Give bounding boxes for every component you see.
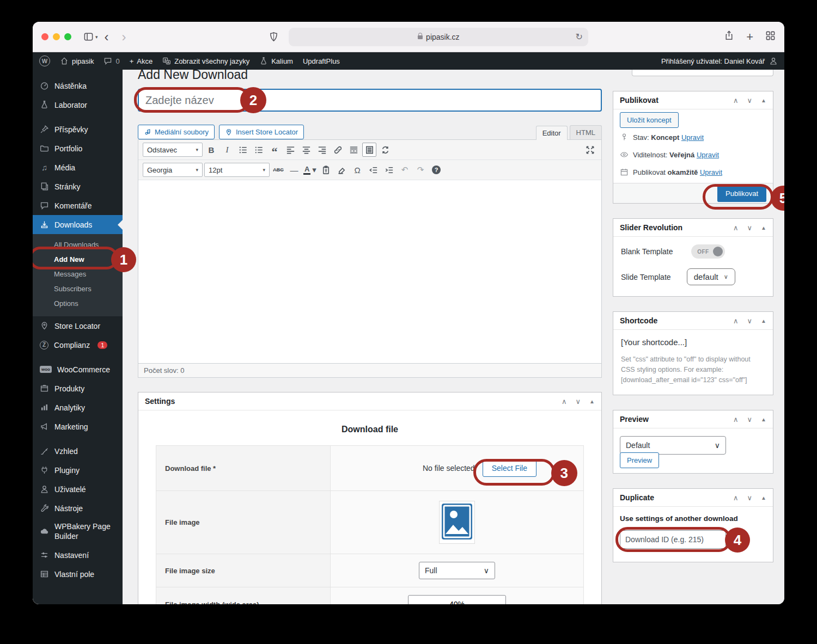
new-content-menu[interactable]: + Akce <box>130 57 153 65</box>
sidebar-item-plugins[interactable]: Pluginy <box>33 461 123 480</box>
slide-template-select[interactable]: default ∨ <box>687 268 735 285</box>
move-up-icon[interactable]: ∧ <box>733 224 739 232</box>
tab-html[interactable]: HTML <box>570 125 602 139</box>
address-bar[interactable]: pipasik.cz ↻ <box>289 28 588 46</box>
clear-formatting-button[interactable] <box>334 163 349 177</box>
sidebar-item-dashboard[interactable]: Nástěnka <box>33 76 123 95</box>
submenu-subscribers[interactable]: Subscribers <box>33 281 123 296</box>
move-down-icon[interactable]: ∨ <box>747 415 753 424</box>
updraft-menu[interactable]: UpdraftPlus <box>303 57 340 65</box>
forward-button[interactable]: › <box>115 30 133 44</box>
font-size-select[interactable]: 12pt▾ <box>204 163 270 177</box>
new-tab-icon[interactable]: + <box>746 31 753 43</box>
indent-button[interactable] <box>382 163 396 177</box>
special-character-button[interactable]: Ω <box>350 163 364 177</box>
file-image-placeholder[interactable] <box>439 501 475 544</box>
sidebar-item-analytics[interactable]: Analytiky <box>33 398 123 417</box>
insert-store-locator-button[interactable]: Insert Store Locator <box>219 125 304 139</box>
shortcode-header[interactable]: Shortcode ∧ ∨ ▲ <box>613 312 773 330</box>
tab-editor[interactable]: Editor <box>536 126 568 140</box>
languages-menu[interactable]: Zobrazit všechny jazyky <box>162 57 249 65</box>
file-image-width-input[interactable] <box>408 595 506 604</box>
redo-button[interactable]: ↷ <box>413 163 428 177</box>
move-up-icon[interactable]: ∧ <box>733 96 739 105</box>
bold-button[interactable]: B <box>204 143 218 157</box>
move-down-icon[interactable]: ∨ <box>747 494 753 502</box>
sidebar-item-woocommerce[interactable]: woo WooCommerce <box>33 360 123 379</box>
blank-template-toggle[interactable]: OFF <box>691 244 725 259</box>
edit-schedule-link[interactable]: Upravit <box>700 168 722 176</box>
align-center-button[interactable] <box>299 143 313 157</box>
collapse-icon[interactable]: ▲ <box>761 225 766 231</box>
collapse-icon[interactable]: ▲ <box>761 97 766 103</box>
account-menu[interactable]: Přihlášený uživatel: Daniel Kovář <box>661 57 778 65</box>
tab-overview-icon[interactable] <box>765 30 776 43</box>
move-up-icon[interactable]: ∧ <box>733 415 739 424</box>
submenu-all-downloads[interactable]: All Downloads <box>33 237 123 252</box>
horizontal-rule-button[interactable]: — <box>287 163 301 177</box>
toolbar-toggle-button[interactable] <box>362 143 376 157</box>
sidebar-item-laborator[interactable]: Laborator <box>33 95 123 114</box>
text-color-button[interactable]: A▾ <box>303 163 317 177</box>
save-draft-button[interactable]: Uložit koncept <box>620 112 679 128</box>
publish-button[interactable]: Publikovat <box>717 185 766 202</box>
minimize-window-button[interactable] <box>53 33 60 40</box>
wp-logo-menu[interactable]: W <box>39 56 50 66</box>
blockquote-button[interactable]: “ <box>267 143 282 157</box>
sidebar-item-marketing[interactable]: Marketing <box>33 417 123 436</box>
edit-status-link[interactable]: Upravit <box>681 133 704 142</box>
download-id-input[interactable] <box>620 530 726 549</box>
share-icon[interactable] <box>724 30 734 43</box>
sidebar-item-complianz[interactable]: Z Complianz 1 <box>33 335 123 354</box>
sidebar-item-appearance[interactable]: Vzhled <box>33 441 123 461</box>
font-family-select[interactable]: Georgia▾ <box>143 163 203 177</box>
sidebar-item-media[interactable]: ♫ Média <box>33 158 123 177</box>
paragraph-format-select[interactable]: Odstavec▾ <box>143 143 203 157</box>
move-down-icon[interactable]: ∨ <box>747 317 753 325</box>
italic-button[interactable]: I <box>220 143 234 157</box>
sidebar-item-settings[interactable]: Nastavení <box>33 545 123 565</box>
move-up-icon[interactable]: ∧ <box>562 397 567 406</box>
zoom-window-button[interactable] <box>64 33 71 40</box>
preview-template-select[interactable]: Default ∨ <box>620 436 726 455</box>
fullscreen-icon[interactable] <box>583 143 597 157</box>
move-up-icon[interactable]: ∧ <box>733 494 739 502</box>
sidebar-item-store-locator[interactable]: Store Locator <box>33 316 123 335</box>
sync-button[interactable] <box>378 143 392 157</box>
bullet-list-button[interactable] <box>236 143 250 157</box>
submenu-options[interactable]: Options <box>33 296 123 311</box>
reload-icon[interactable]: ↻ <box>575 32 582 42</box>
add-media-button[interactable]: Mediální soubory <box>138 125 215 139</box>
align-left-button[interactable] <box>283 143 297 157</box>
sidebar-item-tools[interactable]: Nástroje <box>33 499 123 518</box>
sidebar-item-pages[interactable]: Stránky <box>33 177 123 196</box>
collapse-icon[interactable]: ▲ <box>761 495 766 501</box>
slider-revolution-header[interactable]: Slider Revolution ∧ ∨ ▲ <box>613 219 773 237</box>
sidebar-item-posts[interactable]: Příspěvky <box>33 120 123 139</box>
duplicate-header[interactable]: Duplicate ∧ ∨ ▲ <box>613 489 773 507</box>
sidebar-item-portfolio[interactable]: Portfolio <box>33 139 123 158</box>
comments-menu[interactable]: 0 <box>103 57 119 65</box>
sidebar-item-wpbakery[interactable]: WPBakery Page Builder <box>33 518 123 545</box>
settings-header[interactable]: Settings ∧ ∨ ▲ <box>138 392 601 410</box>
privacy-shield-icon[interactable] <box>269 32 279 42</box>
move-down-icon[interactable]: ∨ <box>747 224 753 232</box>
preview-header[interactable]: Preview ∧ ∨ ▲ <box>613 410 773 428</box>
sidebar-item-custom-fields[interactable]: Vlastní pole <box>33 565 123 584</box>
help-button[interactable]: ? <box>429 163 443 177</box>
strikethrough-button[interactable]: ABC <box>271 163 285 177</box>
close-window-button[interactable] <box>41 33 48 40</box>
sidebar-toggle-icon[interactable]: ▾ <box>83 32 98 42</box>
sidebar-item-downloads[interactable]: Downloads <box>33 215 123 234</box>
edit-visibility-link[interactable]: Upravit <box>697 151 719 159</box>
sidebar-item-comments[interactable]: Komentáře <box>33 196 123 215</box>
outdent-button[interactable] <box>366 163 380 177</box>
submenu-add-new[interactable]: Add New 1 <box>33 252 123 267</box>
preview-button[interactable]: Preview <box>620 452 659 468</box>
collapse-icon[interactable]: ▲ <box>761 318 766 324</box>
move-down-icon[interactable]: ∨ <box>747 96 753 105</box>
move-up-icon[interactable]: ∧ <box>733 317 739 325</box>
publish-header[interactable]: Publikovat ∧ ∨ ▲ <box>613 91 773 109</box>
title-input[interactable] <box>138 89 602 112</box>
sidebar-item-products[interactable]: Produkty <box>33 379 123 398</box>
